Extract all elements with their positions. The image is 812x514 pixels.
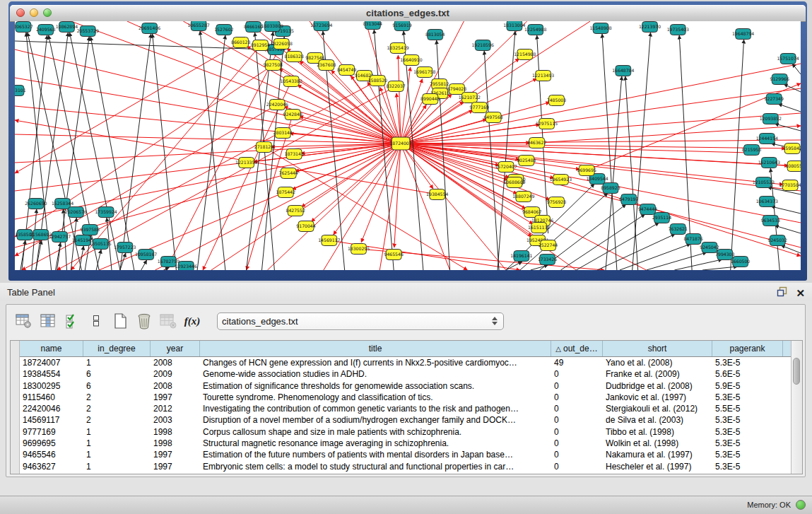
graph-node-teal[interactable]: 18313004: [503, 21, 525, 31]
graph-node-yellow[interactable]: 9465546: [384, 250, 403, 260]
table-row[interactable]: 1456911722003Disruption of a novel membe…: [20, 414, 791, 426]
new-file-icon[interactable]: [110, 311, 131, 331]
minimize-window-icon[interactable]: [30, 8, 38, 17]
table-cell[interactable]: Corpus callosum shape and size in male p…: [200, 426, 551, 438]
graph-node-teal[interactable]: 16648784: [612, 66, 634, 76]
table-cell[interactable]: 9465546: [20, 449, 83, 460]
table-cell[interactable]: 0: [551, 403, 603, 414]
table-cell[interactable]: Wolkin et al. (1998): [603, 438, 712, 449]
table-cell[interactable]: 2: [83, 414, 151, 426]
close-panel-icon[interactable]: ✕: [796, 288, 805, 298]
graph-node-teal[interactable]: 17359924: [95, 207, 117, 218]
table-row[interactable]: 1872400712008Changes of HCN gene express…: [20, 357, 791, 368]
table-cell[interactable]: Nakamura et al. (1997): [603, 449, 712, 460]
table-select-dropdown[interactable]: citations_edges.txt: [217, 313, 504, 330]
graph-node-yellow[interactable]: 16151132: [528, 223, 550, 233]
graph-node-teal[interactable]: 17957223: [114, 243, 136, 253]
citation-edge-red[interactable]: [401, 144, 788, 165]
table-cell[interactable]: 5.3E-5: [712, 449, 783, 460]
table-cell[interactable]: Dudbridge et al. (2008): [603, 380, 712, 392]
table-row[interactable]: 1830029562008Estimation of significance …: [20, 380, 791, 392]
graph-node-teal[interactable]: 8466160: [244, 22, 263, 33]
table-cell[interactable]: 1: [83, 426, 151, 438]
graph-node-teal[interactable]: 8958923: [601, 183, 620, 194]
table-cell[interactable]: Disruption of a novel member of a sodium…: [200, 414, 551, 426]
citation-edge-black[interactable]: [120, 34, 151, 270]
network-canvas[interactable]: 2065327240956810862894205537292069140610…: [15, 21, 801, 270]
graph-node-yellow[interactable]: 7485003: [547, 95, 566, 106]
column-header-short[interactable]: short: [603, 341, 712, 356]
table-cell[interactable]: 2009: [151, 368, 200, 380]
citation-edge-black[interactable]: [560, 214, 645, 270]
table-cell[interactable]: 9699695: [20, 438, 83, 449]
table-cell[interactable]: 1: [83, 449, 151, 460]
graph-node-yellow[interactable]: 19654923: [550, 175, 572, 185]
citation-edge-red[interactable]: [401, 144, 450, 270]
table-cell[interactable]: Estimation of the future numbers of pati…: [200, 449, 551, 460]
citation-edge-black[interactable]: [778, 104, 801, 112]
function-builder-icon[interactable]: f(x): [182, 311, 203, 331]
window-titlebar[interactable]: citations_edges.txt: [10, 5, 806, 22]
citation-edge-black[interactable]: [784, 84, 801, 92]
graph-node-yellow[interactable]: 8322037: [386, 81, 405, 92]
citation-edge-black[interactable]: [775, 226, 801, 233]
float-panel-icon[interactable]: [777, 286, 787, 300]
graph-node-teal[interactable]: 8215958: [742, 145, 761, 156]
table-cell[interactable]: 9115460: [20, 392, 83, 403]
table-cell[interactable]: Genome-wide association studies in ADHD.: [200, 368, 551, 380]
graph-node-teal[interactable]: 8313044: [363, 21, 382, 30]
table-cell[interactable]: 0: [551, 368, 603, 380]
citation-edge-black[interactable]: [20, 240, 25, 270]
citation-edge-red[interactable]: [361, 144, 401, 243]
column-header-pagerank[interactable]: pagerank: [712, 341, 783, 356]
table-cell[interactable]: 5.3E-5: [712, 461, 783, 472]
graph-node-yellow[interactable]: 1080558: [785, 161, 801, 172]
citation-edge-red[interactable]: [15, 134, 401, 144]
graph-node-teal[interactable]: 26260650: [25, 199, 47, 209]
table-cell[interactable]: Stergiakouli et al. (2012): [603, 403, 712, 414]
graph-node-teal[interactable]: 10958167: [135, 250, 157, 260]
table-cell[interactable]: Changes of HCN gene expression and I(f) …: [200, 357, 551, 368]
citation-edge-red[interactable]: [15, 106, 401, 144]
table-cell[interactable]: 1997: [151, 449, 200, 460]
graph-node-teal[interactable]: 20691406: [139, 23, 160, 34]
table-cell[interactable]: 14569117: [20, 414, 83, 426]
table-cell[interactable]: 0: [551, 426, 603, 438]
graph-node-yellow[interactable]: 16961758: [413, 67, 435, 78]
citation-edge-black[interactable]: [702, 267, 738, 270]
graph-node-yellow[interactable]: 1875442: [276, 187, 295, 198]
graph-node-teal[interactable]: 9474444: [638, 204, 657, 215]
table-cell[interactable]: 22420046: [20, 403, 83, 414]
table-cell[interactable]: 2003: [151, 414, 200, 426]
graph-node-teal[interactable]: 12093852: [760, 114, 782, 124]
graph-node-teal[interactable]: 2409568: [36, 25, 55, 35]
citation-edge-black[interactable]: [771, 206, 801, 214]
graph-node-yellow[interactable]: 9777169: [470, 103, 489, 113]
citation-edge-red[interactable]: [401, 67, 411, 144]
graph-node-yellow[interactable]: 8660123: [231, 37, 250, 48]
graph-node-yellow[interactable]: 9463627: [527, 138, 546, 148]
graph-node-teal[interactable]: 1660500: [731, 257, 750, 267]
graph-node-yellow[interactable]: 9170044: [296, 221, 315, 232]
table-cell[interactable]: Tourette syndrome. Phenomenology and cla…: [200, 392, 551, 403]
close-window-icon[interactable]: [16, 8, 25, 17]
table-cell[interactable]: 1: [83, 357, 151, 368]
network-graph[interactable]: 2065327240956810862894205537292069140610…: [15, 21, 801, 270]
graph-node-yellow[interactable]: 22420046: [266, 100, 288, 110]
citation-edge-black[interactable]: [647, 252, 707, 270]
table-cell[interactable]: 1998: [151, 438, 200, 449]
graph-node-teal[interactable]: 10862894: [56, 22, 78, 33]
graph-node-yellow[interactable]: 1588520: [368, 76, 387, 86]
citation-edge-black[interactable]: [153, 34, 177, 270]
table-cell[interactable]: Hescheler et al. (1997): [603, 461, 712, 472]
delete-table-icon[interactable]: [158, 311, 179, 331]
graph-node-yellow[interactable]: 2367608: [317, 60, 336, 71]
citation-edge-black[interactable]: [163, 267, 169, 270]
table-cell[interactable]: Yano et al. (2008): [603, 357, 712, 368]
graph-node-yellow[interactable]: 7625444: [279, 168, 298, 179]
graph-node-teal[interactable]: 1527602: [214, 25, 233, 35]
graph-node-hub[interactable]: 18724007: [389, 137, 411, 150]
citation-edge-black[interactable]: [531, 265, 548, 270]
table-cell[interactable]: 0: [551, 438, 603, 449]
graph-node-yellow[interactable]: 9025488: [517, 156, 536, 166]
